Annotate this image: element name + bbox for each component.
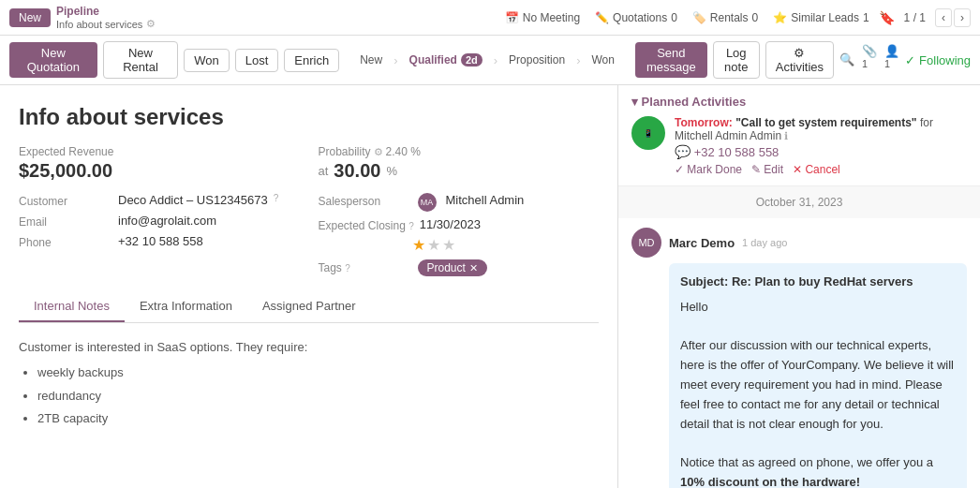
email-value[interactable]: info@agrolait.com xyxy=(118,214,216,228)
notes-item-3: 2TB capacity xyxy=(37,409,599,429)
mark-done-button[interactable]: ✓ Mark Done xyxy=(675,163,742,176)
notes-item-2: redundancy xyxy=(37,387,599,407)
tab-internal-notes[interactable]: Internal Notes xyxy=(19,291,125,322)
tags-field: Tags ? Product ✕ xyxy=(319,259,600,276)
probability-gear-icon[interactable]: ⚙ xyxy=(374,146,383,158)
lost-button[interactable]: Lost xyxy=(235,49,279,72)
top-fields: Expected Revenue $25,000.00 Probability … xyxy=(19,145,599,182)
stage-qualified[interactable]: Qualified 2d xyxy=(400,51,492,69)
search-icon[interactable]: 🔍 xyxy=(839,52,854,67)
stage-won[interactable]: Won xyxy=(582,51,623,69)
info-icon: ℹ xyxy=(784,130,788,141)
star-icon: ⭐ xyxy=(773,11,787,24)
activity-item: 📱 Tomorrow: "Call to get system requirem… xyxy=(631,116,967,176)
msg1-line-2: After our discussion with our technical … xyxy=(680,336,956,434)
similar-leads-button[interactable]: ⭐ Similar Leads 1 xyxy=(773,11,869,24)
activity-avatar: 📱 xyxy=(631,116,665,150)
stage-proposition[interactable]: Proposition xyxy=(499,51,574,69)
star-3[interactable]: ★ xyxy=(442,236,455,254)
right-fields: Salesperson MA Mitchell Admin Expected C… xyxy=(319,193,600,276)
record-title: Info about services xyxy=(19,104,599,130)
tag-product[interactable]: Product ✕ xyxy=(418,259,487,276)
notes-content: Customer is interested in SaaS options. … xyxy=(19,338,599,429)
notes-item-1: weekly backups xyxy=(37,363,599,383)
probability-label: Probability ⚙ 2.40 % xyxy=(319,145,600,158)
expected-closing-value[interactable]: 11/30/2023 xyxy=(420,217,481,231)
expected-closing-label: Expected Closing ? xyxy=(319,217,414,232)
rating-stars[interactable]: ★ ★ ★ xyxy=(412,236,455,254)
meeting-button[interactable]: 📅 No Meeting xyxy=(505,11,580,24)
planned-activities-title: ▾ Planned Activities xyxy=(631,95,967,109)
calendar-icon: 📅 xyxy=(505,11,519,24)
stars-field: ★ ★ ★ xyxy=(412,236,600,254)
chatter-actions: Send message Log note ⚙ Activities 🔍 📎1 … xyxy=(635,41,971,79)
settings-icon[interactable]: ⚙ xyxy=(146,18,156,30)
activity-actions: ✓ Mark Done ✎ Edit ✕ Cancel xyxy=(675,163,967,176)
cancel-activity-button[interactable]: ✕ Cancel xyxy=(793,163,840,176)
email-label: Email xyxy=(19,214,112,229)
bookmark-icon[interactable]: 🔖 xyxy=(879,10,895,25)
customer-label: Customer xyxy=(19,193,112,208)
left-panel: Info about services Expected Revenue $25… xyxy=(0,85,618,488)
rentals-icon: 🏷️ xyxy=(692,11,706,24)
breadcrumb-pipeline[interactable]: Pipeline xyxy=(56,5,156,18)
page-indicator: 1 / 1 xyxy=(904,11,926,24)
top-bar-right: 🔖 1 / 1 ‹ › xyxy=(879,8,971,27)
new-quotation-button[interactable]: New Quotation xyxy=(9,42,97,78)
salesperson-value[interactable]: Mitchell Admin xyxy=(446,193,525,207)
probability-field: Probability ⚙ 2.40 % at 30.00 % xyxy=(319,145,600,182)
quotations-button[interactable]: ✏️ Quotations 0 xyxy=(595,11,677,24)
tab-extra-information[interactable]: Extra Information xyxy=(125,291,247,322)
salesperson-label: Salesperson xyxy=(319,193,412,208)
quotations-icon: ✏️ xyxy=(595,11,609,24)
checkmark-icon: ✓ xyxy=(905,53,915,67)
probability-manual: at 30.00 % xyxy=(319,160,600,182)
enrich-button[interactable]: Enrich xyxy=(284,49,339,72)
expected-revenue-field: Expected Revenue $25,000.00 xyxy=(19,145,300,182)
action-bar: New Quotation New Rental Won Lost Enrich… xyxy=(0,36,980,85)
prev-record-button[interactable]: ‹ xyxy=(935,8,952,27)
top-bar-left: New Pipeline Info about services ⚙ xyxy=(9,5,496,30)
message-1-time: 1 day ago xyxy=(742,237,787,248)
tags-help-icon: ? xyxy=(345,263,350,274)
message-1: MD Marc Demo 1 day ago Subject: Re: Plan… xyxy=(618,218,980,488)
closing-help-icon: ? xyxy=(408,221,414,231)
star-2[interactable]: ★ xyxy=(427,236,440,254)
tab-assigned-partner[interactable]: Assigned Partner xyxy=(247,291,371,322)
msg1-line-3: Notice that as agreed on phone, we offer… xyxy=(680,453,956,488)
whatsapp-icon: 💬 xyxy=(675,144,690,159)
rentals-button[interactable]: 🏷️ Rentals 0 xyxy=(692,11,758,24)
tag-remove-icon[interactable]: ✕ xyxy=(469,262,478,274)
detail-tabs: Internal Notes Extra Information Assigne… xyxy=(19,291,599,323)
activity-body: Tomorrow: "Call to get system requiremen… xyxy=(675,116,967,176)
chatter-panel: ▾ Planned Activities 📱 Tomorrow: "Call t… xyxy=(618,85,980,488)
customer-field: Customer Deco Addict – US12345673 ? xyxy=(19,193,300,208)
message-1-header: MD Marc Demo 1 day ago xyxy=(631,228,967,258)
expected-revenue-value[interactable]: $25,000.00 xyxy=(19,160,300,182)
new-rental-button[interactable]: New Rental xyxy=(103,41,179,79)
won-button[interactable]: Won xyxy=(184,49,230,72)
salesperson-avatar: MA xyxy=(418,193,437,212)
log-note-button[interactable]: Log note xyxy=(713,41,760,79)
message-1-author: Marc Demo xyxy=(669,236,735,250)
new-record-button[interactable]: New xyxy=(9,8,51,27)
following-button[interactable]: ✓ Following xyxy=(905,53,971,67)
customer-value[interactable]: Deco Addict – US12345673 xyxy=(118,193,268,207)
attachment-icon[interactable]: 📎1 xyxy=(862,44,877,75)
activity-phone: 💬 +32 10 588 558 xyxy=(675,144,967,159)
date-separator: October 31, 2023 xyxy=(618,186,980,218)
probability-manual-value[interactable]: 30.00 xyxy=(334,160,380,182)
stage-new[interactable]: New xyxy=(350,51,392,69)
phone-label: Phone xyxy=(19,234,112,249)
phone-value[interactable]: +32 10 588 558 xyxy=(118,234,203,248)
followers-icon[interactable]: 👤1 xyxy=(884,44,899,75)
star-1[interactable]: ★ xyxy=(412,236,425,254)
email-field: Email info@agrolait.com xyxy=(19,214,300,229)
top-bar-center: 📅 No Meeting ✏️ Quotations 0 🏷️ Rentals … xyxy=(505,11,869,24)
send-message-button[interactable]: Send message xyxy=(635,42,707,78)
next-record-button[interactable]: › xyxy=(954,8,971,27)
icon-buttons: 🔍 📎1 👤1 xyxy=(839,44,899,75)
activities-button[interactable]: ⚙ Activities xyxy=(765,41,834,79)
breadcrumb-sub: Info about services ⚙ xyxy=(56,18,156,30)
edit-activity-button[interactable]: ✎ Edit xyxy=(751,163,783,176)
